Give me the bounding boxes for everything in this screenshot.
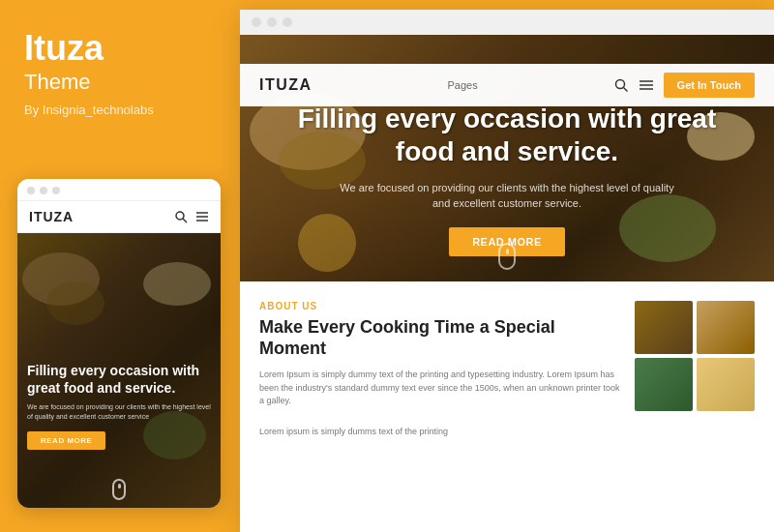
- site-hero-description: We are focused on providing our clients …: [333, 180, 681, 212]
- brand-author: By Insignia_technolabs: [24, 103, 154, 117]
- mobile-logo: ITUZA: [29, 209, 74, 224]
- mobile-header: ITUZA: [17, 201, 221, 233]
- mobile-hero-overlay: Filling every occasion with great food a…: [17, 233, 221, 508]
- mobile-dot-3: [52, 187, 60, 194]
- mobile-mockup: ITUZA Filling every occasion with great …: [17, 179, 221, 508]
- site-logo: ITUZA: [259, 76, 313, 94]
- desktop-mockup: ITUZA Pages Get In Touch Filling every o…: [240, 10, 774, 532]
- menu-icon[interactable]: [195, 210, 209, 223]
- site-nav: ITUZA Pages Get In Touch: [240, 64, 774, 106]
- brand-name: Ituza: [24, 29, 104, 68]
- site-hero-title: Filling every occasion with great food a…: [279, 103, 735, 167]
- about-body-text-1: Lorem Ipsum is simply dummy text of the …: [259, 369, 620, 408]
- scroll-dot: [506, 249, 509, 254]
- desktop-dot-2: [267, 17, 277, 27]
- svg-line-6: [623, 88, 627, 92]
- about-text-content: ABOUT US Make Every Cooking Time a Speci…: [259, 301, 620, 522]
- desktop-dot-1: [252, 17, 261, 27]
- mobile-hero-desc: We are focused on providing our clients …: [27, 402, 211, 422]
- search-icon[interactable]: [174, 210, 188, 223]
- nav-menu-icon[interactable]: [639, 77, 654, 93]
- svg-line-1: [183, 219, 187, 222]
- scroll-indicator: [498, 243, 516, 270]
- about-image-1: [635, 301, 693, 354]
- mobile-dot-2: [40, 187, 47, 194]
- get-in-touch-button[interactable]: Get In Touch: [664, 73, 755, 98]
- mobile-read-more-button[interactable]: READ MORE: [27, 431, 105, 450]
- nav-pages[interactable]: Pages: [448, 79, 478, 91]
- mobile-hero-title: Filling every occasion with great food a…: [27, 362, 211, 397]
- svg-point-5: [615, 80, 624, 89]
- mobile-scroll-indicator: [112, 479, 126, 500]
- about-image-4: [697, 358, 755, 411]
- site-nav-right: Get In Touch: [613, 73, 755, 98]
- desktop-dot-3: [283, 17, 292, 27]
- svg-point-0: [176, 212, 184, 220]
- desktop-window-controls: [240, 10, 774, 35]
- about-title: Make Every Cooking Time a Special Moment: [259, 317, 620, 359]
- mobile-header-icons: [174, 210, 209, 223]
- site-about-section: ABOUT US Make Every Cooking Time a Speci…: [240, 281, 774, 532]
- about-image-grid: [635, 301, 755, 522]
- mobile-scroll-dot: [118, 484, 121, 488]
- site-hero: ITUZA Pages Get In Touch Filling every o…: [240, 35, 774, 281]
- mobile-window-dots: [17, 179, 221, 201]
- mobile-hero: Filling every occasion with great food a…: [17, 233, 221, 508]
- about-body-text-2: Lorem ipsum is simply dumms text of the …: [259, 426, 620, 439]
- about-image-2: [697, 301, 755, 354]
- about-image-3: [635, 358, 693, 411]
- nav-search-icon[interactable]: [613, 77, 629, 93]
- brand-subtitle: Theme: [24, 70, 90, 95]
- mobile-dot-1: [27, 187, 35, 194]
- about-section-label: ABOUT US: [259, 301, 620, 311]
